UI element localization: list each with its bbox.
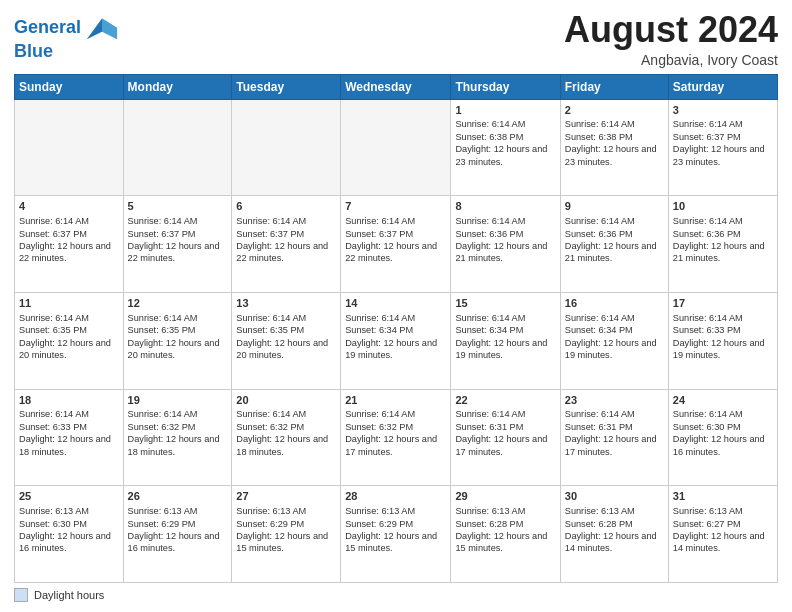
title-block: August 2024 Angbavia, Ivory Coast — [564, 10, 778, 68]
calendar-day: 22Sunrise: 6:14 AM Sunset: 6:31 PM Dayli… — [451, 389, 560, 486]
calendar-day: 1Sunrise: 6:14 AM Sunset: 6:38 PM Daylig… — [451, 99, 560, 196]
day-info: Sunrise: 6:14 AM Sunset: 6:33 PM Dayligh… — [19, 408, 119, 458]
day-info: Sunrise: 6:14 AM Sunset: 6:32 PM Dayligh… — [345, 408, 446, 458]
day-number: 3 — [673, 103, 773, 118]
calendar-day: 11Sunrise: 6:14 AM Sunset: 6:35 PM Dayli… — [15, 292, 124, 389]
calendar-table: SundayMondayTuesdayWednesdayThursdayFrid… — [14, 74, 778, 583]
day-number: 21 — [345, 393, 446, 408]
header: General Blue August 2024 Angbavia, Ivory… — [14, 10, 778, 68]
day-number: 27 — [236, 489, 336, 504]
calendar-day: 12Sunrise: 6:14 AM Sunset: 6:35 PM Dayli… — [123, 292, 232, 389]
day-number: 12 — [128, 296, 228, 311]
day-number: 14 — [345, 296, 446, 311]
day-info: Sunrise: 6:13 AM Sunset: 6:28 PM Dayligh… — [455, 505, 555, 555]
day-info: Sunrise: 6:14 AM Sunset: 6:35 PM Dayligh… — [236, 312, 336, 362]
calendar-day: 29Sunrise: 6:13 AM Sunset: 6:28 PM Dayli… — [451, 486, 560, 583]
day-info: Sunrise: 6:14 AM Sunset: 6:37 PM Dayligh… — [236, 215, 336, 265]
day-number: 16 — [565, 296, 664, 311]
day-info: Sunrise: 6:14 AM Sunset: 6:37 PM Dayligh… — [673, 118, 773, 168]
calendar-day: 20Sunrise: 6:14 AM Sunset: 6:32 PM Dayli… — [232, 389, 341, 486]
day-info: Sunrise: 6:14 AM Sunset: 6:38 PM Dayligh… — [455, 118, 555, 168]
calendar-day: 8Sunrise: 6:14 AM Sunset: 6:36 PM Daylig… — [451, 196, 560, 293]
day-number: 11 — [19, 296, 119, 311]
day-number: 1 — [455, 103, 555, 118]
calendar-day: 16Sunrise: 6:14 AM Sunset: 6:34 PM Dayli… — [560, 292, 668, 389]
day-number: 23 — [565, 393, 664, 408]
calendar-week-row: 1Sunrise: 6:14 AM Sunset: 6:38 PM Daylig… — [15, 99, 778, 196]
calendar-week-row: 25Sunrise: 6:13 AM Sunset: 6:30 PM Dayli… — [15, 486, 778, 583]
calendar-day: 27Sunrise: 6:13 AM Sunset: 6:29 PM Dayli… — [232, 486, 341, 583]
subtitle: Angbavia, Ivory Coast — [564, 52, 778, 68]
calendar-day: 18Sunrise: 6:14 AM Sunset: 6:33 PM Dayli… — [15, 389, 124, 486]
calendar-day — [232, 99, 341, 196]
day-info: Sunrise: 6:14 AM Sunset: 6:37 PM Dayligh… — [345, 215, 446, 265]
calendar-day: 30Sunrise: 6:13 AM Sunset: 6:28 PM Dayli… — [560, 486, 668, 583]
calendar-day: 19Sunrise: 6:14 AM Sunset: 6:32 PM Dayli… — [123, 389, 232, 486]
day-info: Sunrise: 6:14 AM Sunset: 6:32 PM Dayligh… — [128, 408, 228, 458]
calendar-week-row: 11Sunrise: 6:14 AM Sunset: 6:35 PM Dayli… — [15, 292, 778, 389]
calendar-day: 26Sunrise: 6:13 AM Sunset: 6:29 PM Dayli… — [123, 486, 232, 583]
day-number: 31 — [673, 489, 773, 504]
calendar-day: 14Sunrise: 6:14 AM Sunset: 6:34 PM Dayli… — [341, 292, 451, 389]
day-info: Sunrise: 6:14 AM Sunset: 6:30 PM Dayligh… — [673, 408, 773, 458]
day-info: Sunrise: 6:14 AM Sunset: 6:37 PM Dayligh… — [19, 215, 119, 265]
day-info: Sunrise: 6:14 AM Sunset: 6:36 PM Dayligh… — [673, 215, 773, 265]
day-number: 19 — [128, 393, 228, 408]
logo-text-blue: Blue — [14, 42, 119, 62]
weekday-header: Friday — [560, 74, 668, 99]
weekday-header: Tuesday — [232, 74, 341, 99]
weekday-header: Thursday — [451, 74, 560, 99]
svg-marker-1 — [102, 19, 117, 40]
day-number: 17 — [673, 296, 773, 311]
calendar-day: 10Sunrise: 6:14 AM Sunset: 6:36 PM Dayli… — [668, 196, 777, 293]
calendar-day: 9Sunrise: 6:14 AM Sunset: 6:36 PM Daylig… — [560, 196, 668, 293]
day-number: 26 — [128, 489, 228, 504]
weekday-header: Monday — [123, 74, 232, 99]
footer: Daylight hours — [14, 588, 778, 602]
day-info: Sunrise: 6:14 AM Sunset: 6:32 PM Dayligh… — [236, 408, 336, 458]
calendar-day: 31Sunrise: 6:13 AM Sunset: 6:27 PM Dayli… — [668, 486, 777, 583]
day-number: 18 — [19, 393, 119, 408]
calendar-week-row: 18Sunrise: 6:14 AM Sunset: 6:33 PM Dayli… — [15, 389, 778, 486]
day-number: 30 — [565, 489, 664, 504]
day-info: Sunrise: 6:14 AM Sunset: 6:36 PM Dayligh… — [565, 215, 664, 265]
day-number: 29 — [455, 489, 555, 504]
day-info: Sunrise: 6:14 AM Sunset: 6:35 PM Dayligh… — [128, 312, 228, 362]
day-number: 6 — [236, 199, 336, 214]
calendar-day — [15, 99, 124, 196]
day-number: 25 — [19, 489, 119, 504]
calendar-day: 21Sunrise: 6:14 AM Sunset: 6:32 PM Dayli… — [341, 389, 451, 486]
day-info: Sunrise: 6:14 AM Sunset: 6:34 PM Dayligh… — [345, 312, 446, 362]
day-number: 24 — [673, 393, 773, 408]
calendar-week-row: 4Sunrise: 6:14 AM Sunset: 6:37 PM Daylig… — [15, 196, 778, 293]
calendar-day — [123, 99, 232, 196]
calendar-day: 23Sunrise: 6:14 AM Sunset: 6:31 PM Dayli… — [560, 389, 668, 486]
calendar-day: 4Sunrise: 6:14 AM Sunset: 6:37 PM Daylig… — [15, 196, 124, 293]
day-info: Sunrise: 6:13 AM Sunset: 6:29 PM Dayligh… — [345, 505, 446, 555]
day-number: 13 — [236, 296, 336, 311]
day-info: Sunrise: 6:13 AM Sunset: 6:30 PM Dayligh… — [19, 505, 119, 555]
day-number: 4 — [19, 199, 119, 214]
month-title: August 2024 — [564, 10, 778, 50]
weekday-header: Sunday — [15, 74, 124, 99]
legend-box — [14, 588, 28, 602]
day-info: Sunrise: 6:14 AM Sunset: 6:37 PM Dayligh… — [128, 215, 228, 265]
day-info: Sunrise: 6:14 AM Sunset: 6:36 PM Dayligh… — [455, 215, 555, 265]
calendar-day: 7Sunrise: 6:14 AM Sunset: 6:37 PM Daylig… — [341, 196, 451, 293]
day-number: 28 — [345, 489, 446, 504]
day-number: 5 — [128, 199, 228, 214]
day-number: 9 — [565, 199, 664, 214]
weekday-header-row: SundayMondayTuesdayWednesdayThursdayFrid… — [15, 74, 778, 99]
calendar-day: 6Sunrise: 6:14 AM Sunset: 6:37 PM Daylig… — [232, 196, 341, 293]
calendar-day: 15Sunrise: 6:14 AM Sunset: 6:34 PM Dayli… — [451, 292, 560, 389]
calendar-day: 24Sunrise: 6:14 AM Sunset: 6:30 PM Dayli… — [668, 389, 777, 486]
logo-icon — [83, 14, 119, 42]
calendar-day: 5Sunrise: 6:14 AM Sunset: 6:37 PM Daylig… — [123, 196, 232, 293]
calendar-day: 28Sunrise: 6:13 AM Sunset: 6:29 PM Dayli… — [341, 486, 451, 583]
day-info: Sunrise: 6:14 AM Sunset: 6:33 PM Dayligh… — [673, 312, 773, 362]
calendar-day: 13Sunrise: 6:14 AM Sunset: 6:35 PM Dayli… — [232, 292, 341, 389]
calendar-day — [341, 99, 451, 196]
day-info: Sunrise: 6:14 AM Sunset: 6:34 PM Dayligh… — [455, 312, 555, 362]
weekday-header: Saturday — [668, 74, 777, 99]
logo: General Blue — [14, 14, 119, 62]
